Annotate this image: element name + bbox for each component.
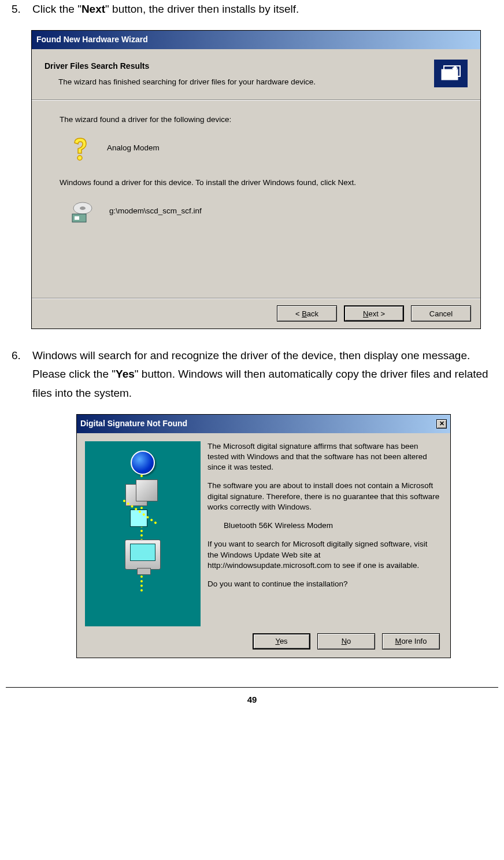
header-subtitle: The wizard has finished searching for dr…: [45, 76, 428, 89]
svg-rect-6: [75, 216, 79, 220]
dialog-titlebar: Found New Hardware Wizard: [32, 31, 480, 49]
dialog-titlebar: Digital Signature Not Found ✕: [77, 415, 450, 433]
para: If you want to search for Microsoft digi…: [207, 539, 440, 571]
question-mark-icon: [70, 137, 91, 160]
back-button[interactable]: < Back: [277, 305, 337, 322]
para: The software you are about to install do…: [207, 481, 440, 512]
page-footer: 49: [6, 687, 498, 707]
dialog-text: The Microsoft digital signature affirms …: [207, 441, 440, 626]
svg-point-4: [80, 206, 86, 210]
device-row: Analog Modem: [70, 137, 462, 160]
step-number: 5.: [12, 0, 32, 19]
more-info-button[interactable]: More Info: [382, 633, 440, 649]
globe-icon: [131, 451, 155, 475]
svg-point-2: [77, 156, 82, 160]
step-5: 5. Click the "Next" button, the driver t…: [12, 0, 492, 19]
digital-signature-dialog: Digital Signature Not Found ✕ The Micros…: [76, 414, 451, 658]
cd-icon: [70, 200, 93, 223]
cancel-button[interactable]: Cancel: [411, 305, 471, 322]
para: Do you want to continue the installation…: [207, 579, 440, 589]
setup-icon: [434, 60, 468, 87]
dialog-content: The wizard found a driver for the follow…: [45, 101, 468, 223]
dialog-graphic: [85, 441, 201, 626]
dialog-buttons: < Back Next > Cancel: [32, 298, 480, 329]
dialog-title: Digital Signature Not Found: [80, 417, 187, 431]
yes-button[interactable]: Yes: [253, 633, 310, 649]
bold-text: Yes: [116, 368, 135, 380]
step-text: Click the "Next" button, the driver then…: [32, 0, 492, 19]
monitor-icon: [125, 540, 161, 570]
page-number: 49: [247, 695, 257, 704]
found-text: The wizard found a driver for the follow…: [60, 113, 462, 127]
text: " button, the driver then installs by it…: [105, 3, 299, 15]
dialog-header: Driver Files Search Results The wizard h…: [45, 60, 468, 89]
install-text: Windows found a driver for this device. …: [60, 176, 462, 190]
close-icon[interactable]: ✕: [436, 419, 447, 429]
header-text: Driver Files Search Results The wizard h…: [45, 60, 428, 89]
driver-path: g:\modem\scd_scm_scf.inf: [109, 205, 202, 218]
device-name: Analog Modem: [107, 142, 160, 155]
device-name: Bluetooth 56K Wireless Modem: [207, 521, 440, 531]
dialog-body: The Microsoft digital signature affirms …: [77, 433, 450, 626]
header-title: Driver Files Search Results: [45, 60, 428, 73]
driver-row: g:\modem\scd_scm_scf.inf: [70, 200, 462, 223]
next-button[interactable]: Next >: [344, 305, 404, 322]
bold-text: Next: [81, 3, 105, 15]
step-text: Windows will search for and recognize th…: [32, 346, 492, 403]
hardware-wizard-dialog: Found New Hardware Wizard Driver Files S…: [31, 30, 481, 329]
no-button[interactable]: No: [317, 633, 375, 649]
dialog-buttons: Yes No More Info: [77, 626, 450, 658]
step-number: 6.: [12, 346, 32, 403]
documents-icon: [125, 479, 160, 507]
para: The Microsoft digital signature affirms …: [207, 441, 440, 473]
step-6: 6. Windows will search for and recognize…: [12, 346, 492, 403]
dialog-body: Driver Files Search Results The wizard h…: [32, 49, 480, 298]
text: Click the ": [32, 3, 81, 15]
